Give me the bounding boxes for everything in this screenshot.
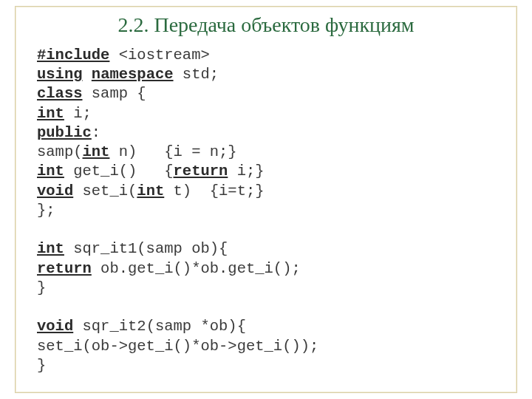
- slide-frame: [15, 6, 517, 393]
